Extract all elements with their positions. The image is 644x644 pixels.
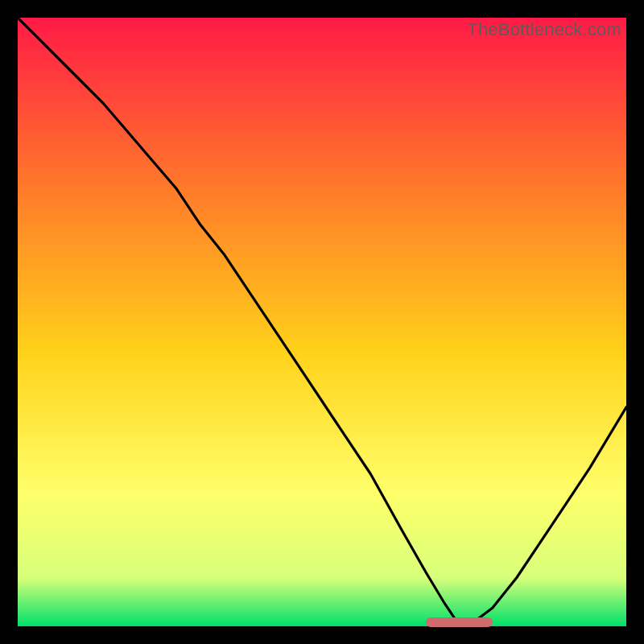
chart-frame: TheBottleneck.com	[18, 18, 626, 626]
optimal-range-marker	[426, 617, 493, 627]
watermark-text: TheBottleneck.com	[467, 19, 621, 40]
gradient-background	[18, 18, 626, 626]
